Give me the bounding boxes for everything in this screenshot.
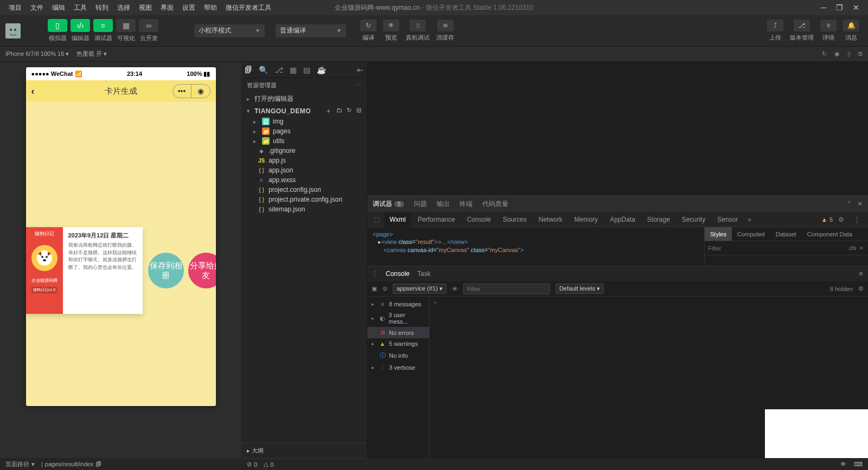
dtab-sources[interactable]: Sources: [497, 212, 532, 227]
device-rotate-icon[interactable]: ▯: [847, 50, 851, 57]
dtab-security[interactable]: Security: [676, 212, 711, 227]
back-icon[interactable]: ‹: [31, 86, 35, 97]
warning-badge[interactable]: ▲ 5: [821, 216, 833, 223]
collapse-all-icon[interactable]: ⊟: [356, 107, 362, 115]
collapse-icon[interactable]: ⇤: [357, 66, 363, 74]
file-projectprivate[interactable]: { }project.private.config.json: [241, 195, 367, 204]
toolbar-simulator[interactable]: ▯ 模拟器: [48, 19, 67, 42]
toolbar-cloud[interactable]: ∞ 云开发: [139, 19, 158, 42]
close-icon[interactable]: ✕: [853, 3, 859, 12]
console-close-icon[interactable]: ✕: [858, 270, 864, 278]
coffee-icon[interactable]: ☕: [317, 66, 326, 74]
kebab-icon[interactable]: ⋮: [854, 216, 860, 223]
phone-body[interactable]: 猫狗日记 企业猫源码网 猫狗日记v1.0 2023年9月12日 星期二 我爸说再…: [26, 102, 216, 406]
action-preview[interactable]: 👁预览: [383, 20, 399, 42]
panel-icon[interactable]: ▤: [303, 66, 310, 74]
dtab-console[interactable]: Console: [462, 212, 496, 227]
toolbar-visual[interactable]: ▦ 可视化: [116, 19, 136, 42]
inspect-icon[interactable]: ⬚: [371, 216, 383, 223]
cs-warnings[interactable]: ▸▲5 warnings: [367, 338, 429, 349]
refresh-icon[interactable]: ↻: [822, 50, 827, 57]
menu-file[interactable]: 文件: [26, 3, 48, 12]
hot-reload-toggle[interactable]: 热重载 开 ▾: [76, 50, 107, 58]
stab-computed[interactable]: Computed: [732, 227, 770, 241]
context-select[interactable]: appservice (#1) ▾: [393, 284, 446, 294]
editor-icon[interactable]: ‹/›: [71, 19, 90, 32]
grid-icon[interactable]: ▦: [290, 66, 297, 74]
action-details[interactable]: ≡详情: [820, 20, 837, 42]
action-messages[interactable]: 🔔消息: [843, 20, 859, 42]
error-count[interactable]: ⊘ 0: [247, 461, 257, 468]
menu-help[interactable]: 帮助: [200, 3, 221, 12]
console-filter-input[interactable]: [463, 284, 550, 294]
file-gitignore[interactable]: ◆.gitignore: [241, 146, 367, 156]
hidden-count[interactable]: 8 hidden: [830, 286, 853, 292]
menu-settings[interactable]: 设置: [178, 3, 200, 12]
console-settings-icon[interactable]: ⚙: [858, 285, 864, 292]
ctab-console[interactable]: Console: [386, 270, 410, 278]
editor-area[interactable]: [367, 62, 868, 195]
user-avatar[interactable]: [5, 23, 21, 38]
toolbar-editor[interactable]: ‹/› 编辑器: [71, 19, 90, 42]
outline-section[interactable]: ▸ 大纲: [241, 443, 367, 458]
cs-user[interactable]: ▸◐3 user mess...: [367, 310, 429, 327]
file-appwxss[interactable]: ≡app.wxss: [241, 175, 367, 185]
upload-icon[interactable]: ⤴: [767, 20, 783, 31]
action-remote-debug[interactable]: ⎍真机调试: [406, 20, 430, 42]
open-editors-section[interactable]: ▸打开的编辑器: [241, 93, 367, 105]
folder-img[interactable]: ▸🖼img: [241, 117, 367, 126]
live-expression-icon[interactable]: 👁: [452, 286, 458, 292]
new-folder-icon[interactable]: 🗀: [336, 107, 343, 115]
menu-select[interactable]: 选择: [113, 3, 135, 12]
capsule-close-icon[interactable]: ◉: [192, 85, 210, 98]
sb-keyboard-icon[interactable]: ⌨: [854, 461, 863, 468]
stab-componentdata[interactable]: Component Data: [802, 227, 858, 241]
close-panel-icon[interactable]: ✕: [857, 200, 863, 208]
menu-edit[interactable]: 编辑: [48, 3, 69, 12]
action-upload[interactable]: ⤴上传: [767, 20, 783, 42]
menu-goto[interactable]: 转到: [91, 3, 113, 12]
menu-view[interactable]: 视图: [135, 3, 156, 12]
debugger-icon[interactable]: ⌗: [93, 19, 113, 32]
dtab-storage[interactable]: Storage: [642, 212, 675, 227]
git-icon[interactable]: ⎇: [275, 66, 283, 74]
tab-problems[interactable]: 问题: [414, 199, 427, 209]
menu-project[interactable]: 项目: [4, 3, 26, 12]
refresh-icon[interactable]: ↻: [360, 20, 376, 31]
dtab-network[interactable]: Network: [533, 212, 568, 227]
eye-icon[interactable]: 👁: [383, 20, 399, 31]
share-button[interactable]: 分享给好友: [188, 253, 216, 288]
log-level-select[interactable]: Default levels ▾: [556, 284, 604, 294]
action-compile[interactable]: ↻编译: [360, 20, 376, 42]
maximize-icon[interactable]: ❐: [836, 3, 843, 12]
cs-verbose[interactable]: ▸⋮3 verbose: [367, 362, 429, 373]
dtab-appdata[interactable]: AppData: [604, 212, 641, 227]
bell-icon[interactable]: 🔔: [843, 20, 859, 31]
toolbar-debugger[interactable]: ⌗ 调试器: [93, 19, 113, 42]
action-clear-cache[interactable]: ≋清缓存: [436, 20, 454, 42]
popout-icon[interactable]: ⧉: [858, 50, 863, 57]
more-tabs-icon[interactable]: »: [744, 216, 755, 223]
visual-icon[interactable]: ▦: [116, 19, 136, 32]
branch-icon[interactable]: ⎇: [794, 20, 810, 31]
file-appjs[interactable]: JSapp.js: [241, 156, 367, 165]
capsule-menu-icon[interactable]: •••: [173, 85, 192, 98]
clear-icon[interactable]: ≋: [437, 20, 454, 31]
tab-codequality[interactable]: 代码质量: [482, 199, 508, 209]
chevron-up-icon[interactable]: ⌃: [846, 200, 852, 208]
record-icon[interactable]: ◉: [834, 50, 840, 57]
sidebar-toggle-icon[interactable]: ▣: [372, 285, 377, 292]
project-root[interactable]: ▾TIANGOU_DEMO ＋ 🗀 ↻ ⊟: [241, 105, 367, 117]
cs-messages[interactable]: ▸≡8 messages: [367, 299, 429, 310]
folder-utils[interactable]: ▸📁utils: [241, 136, 367, 146]
cls-toggle[interactable]: .cls: [848, 245, 856, 251]
dom-tree[interactable]: <page> ▸<view class="result">>…</view> <…: [367, 227, 704, 266]
device-select[interactable]: iPhone 6/7/8 100% 16 ▾: [5, 50, 69, 57]
tab-output[interactable]: 输出: [437, 199, 450, 209]
cs-errors[interactable]: ⊘No errors: [367, 327, 429, 338]
dtab-sensor[interactable]: Sensor: [712, 212, 743, 227]
add-rule-icon[interactable]: ＋: [858, 243, 865, 253]
files-icon[interactable]: 🗐: [245, 66, 252, 74]
action-version[interactable]: ⎇版本管理: [790, 20, 814, 42]
menu-icon[interactable]: ≡: [820, 20, 837, 31]
